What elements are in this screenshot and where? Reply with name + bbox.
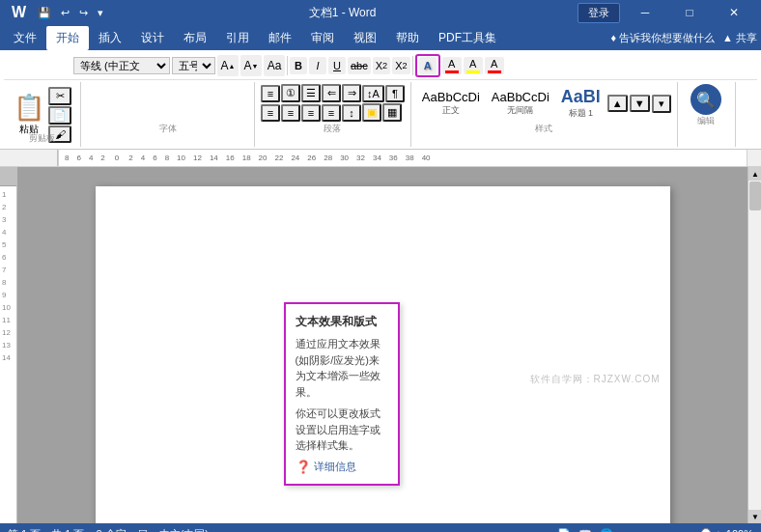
multilevel-btn[interactable]: ☰ <box>301 84 321 102</box>
underline-btn[interactable]: U <box>328 57 346 74</box>
copy-btn[interactable]: 📄 <box>48 106 71 125</box>
borders-btn[interactable]: ▦ <box>382 103 402 122</box>
share-button[interactable]: ▲ 共享 <box>722 31 757 45</box>
numbering-btn[interactable]: ① <box>281 84 300 102</box>
sort-btn[interactable]: ↕A <box>362 85 384 102</box>
strikethrough-btn[interactable]: abc <box>348 57 371 74</box>
menu-layout[interactable]: 布局 <box>174 26 216 50</box>
clear-format-btn[interactable]: A <box>442 57 462 74</box>
zoom-level: 100% <box>726 528 753 532</box>
web-layout-btn[interactable]: 🌐 <box>600 528 613 533</box>
styles-expand[interactable]: ▾ <box>652 95 671 113</box>
status-right: 📄 📖 🌐 ─ + 100% <box>557 527 753 533</box>
ribbon-row1: 等线 (中正文 五号 A▲ A▼ Aa B I U abc X2 X2 A A <box>4 54 757 77</box>
styles-scroll-up[interactable]: ▲ <box>607 95 628 112</box>
style-no-space[interactable]: AaBbCcDi 无间隔 <box>487 87 554 120</box>
decrease-indent-btn[interactable]: ⇐ <box>322 84 341 102</box>
align-left-btn[interactable]: ≡ <box>261 104 280 122</box>
edit-group: 🔍 编辑 <box>678 82 736 147</box>
login-button[interactable]: 登录 <box>578 3 620 23</box>
watermark: 软件自学网：RJZXW.COM <box>530 373 661 386</box>
bullets-btn[interactable]: ≡ <box>261 85 280 102</box>
menu-pdf[interactable]: PDF工具集 <box>429 26 506 50</box>
document-area[interactable]: 软件自学网：RJZXW.COM 文本效果和版式 通过应用文本效果(如阴影/应发光… <box>17 167 747 523</box>
align-right-btn[interactable]: ≡ <box>301 104 321 122</box>
tooltip-body2: 你还可以更改板式设置以启用连字或选择样式集。 <box>296 406 388 454</box>
spell-check-icon: ☑ <box>138 528 148 533</box>
vertical-ruler: 1 2 3 4 5 6 7 8 9 10 11 12 13 14 <box>0 167 17 523</box>
clipboard-group: 📋 粘贴 ✂ 📄 🖌 剪贴板 <box>4 82 81 147</box>
menu-help[interactable]: 帮助 <box>386 26 429 50</box>
search-btn[interactable]: 🔍 <box>691 84 721 115</box>
tooltip-link-icon: ❓ <box>296 460 311 474</box>
menu-design[interactable]: 设计 <box>131 26 174 50</box>
restore-button[interactable]: □ <box>670 0 709 25</box>
ribbon: 等线 (中正文 五号 A▲ A▼ Aa B I U abc X2 X2 A A <box>0 50 761 150</box>
zoom-area: ─ + 100% <box>621 527 753 533</box>
word-icon[interactable]: W <box>8 4 30 21</box>
font-shrink-btn[interactable]: A▼ <box>240 55 262 76</box>
style-normal[interactable]: AaBbCcDi 正文 <box>417 87 485 120</box>
scroll-thumb[interactable] <box>749 182 761 210</box>
underline-wrapper: U <box>328 57 346 74</box>
para-row1: ≡ ① ☰ ⇐ ⇒ ↕A ¶ <box>261 84 405 102</box>
style-heading1[interactable]: AaBl 标题 1 <box>556 84 606 123</box>
ruler-left-margin <box>0 150 58 166</box>
layout-btn[interactable]: 📄 <box>557 528 571 533</box>
subscript-btn[interactable]: X2 <box>373 57 390 74</box>
font-grow-btn[interactable]: A▲ <box>217 55 239 76</box>
menu-references[interactable]: 引用 <box>216 26 259 50</box>
menu-bar: 文件 开始 插入 设计 布局 引用 邮件 审阅 视图 帮助 PDF工具集 ♦ 告… <box>0 25 761 50</box>
paragraph-label: 段落 <box>261 123 405 135</box>
undo-quick-btn[interactable]: ↩ <box>57 5 73 21</box>
title-bar-left: W 💾 ↩ ↪ ▾ <box>8 4 107 21</box>
redo-quick-btn[interactable]: ↪ <box>75 5 92 21</box>
window-title: 文档1 - Word <box>107 5 578 21</box>
menu-mail[interactable]: 邮件 <box>259 26 301 50</box>
customize-quick-btn[interactable]: ▾ <box>94 5 107 21</box>
font-color-btn[interactable]: A <box>485 57 504 74</box>
zoom-in-btn[interactable]: + <box>715 527 722 533</box>
shading-btn[interactable]: ▣ <box>362 103 381 122</box>
justify-btn[interactable]: ≡ <box>322 104 341 122</box>
text-effects-highlight: A <box>415 54 440 77</box>
ribbon-groups: 📋 粘贴 ✂ 📄 🖌 剪贴板 字体 ≡ ① <box>4 79 757 147</box>
font-group-label: 字体 <box>87 123 248 135</box>
close-button[interactable]: ✕ <box>715 0 753 25</box>
tooltip-link[interactable]: ❓ 详细信息 <box>296 460 388 474</box>
edit-label: 编辑 <box>684 115 729 127</box>
cut-btn[interactable]: ✂ <box>48 87 71 105</box>
style-samples: AaBbCcDi 正文 AaBbCcDi 无间隔 AaBl 标题 1 ▲ ▼ ▾ <box>417 84 671 123</box>
case-btn[interactable]: Aa <box>264 55 285 76</box>
show-marks-btn[interactable]: ¶ <box>385 85 405 102</box>
quick-access-toolbar: 💾 ↩ ↪ ▾ <box>34 5 107 21</box>
tell-me-box[interactable]: ♦ 告诉我你想要做什么 <box>603 27 722 49</box>
font-name-select[interactable]: 等线 (中正文 <box>73 57 170 74</box>
increase-indent-btn[interactable]: ⇒ <box>342 84 361 102</box>
menu-file[interactable]: 文件 <box>4 26 46 50</box>
highlight-btn[interactable]: A <box>464 57 483 74</box>
styles-label: 样式 <box>417 123 671 135</box>
minimize-button[interactable]: ─ <box>626 0 664 25</box>
tooltip-title: 文本效果和版式 <box>296 314 388 330</box>
document-page[interactable]: 软件自学网：RJZXW.COM 文本效果和版式 通过应用文本效果(如阴影/应发光… <box>96 186 670 523</box>
superscript-btn[interactable]: X2 <box>392 57 409 74</box>
font-size-select[interactable]: 五号 <box>172 57 215 74</box>
paragraph-group: ≡ ① ☰ ⇐ ⇒ ↕A ¶ ≡ ≡ ≡ ≡ ↕ ▣ ▦ 段 <box>255 82 411 147</box>
align-center-btn[interactable]: ≡ <box>281 104 300 122</box>
menu-view[interactable]: 视图 <box>344 26 386 50</box>
zoom-out-btn[interactable]: ─ <box>621 527 630 533</box>
menu-review[interactable]: 审阅 <box>301 26 344 50</box>
text-effects-btn[interactable]: A <box>419 57 437 74</box>
ruler: 8 6 4 2 0 2 4 6 8 10 12 14 16 18 20 22 2… <box>0 150 761 167</box>
vertical-scrollbar[interactable]: ▲ ▼ <box>747 167 761 523</box>
menu-insert[interactable]: 插入 <box>89 26 131 50</box>
read-mode-btn[interactable]: 📖 <box>578 528 592 533</box>
line-spacing-btn[interactable]: ↕ <box>342 104 361 122</box>
menu-home[interactable]: 开始 <box>46 26 89 50</box>
bold-btn[interactable]: B <box>290 57 307 74</box>
font-group: 字体 <box>81 82 255 147</box>
styles-scroll-down[interactable]: ▼ <box>630 95 650 112</box>
save-quick-btn[interactable]: 💾 <box>34 5 55 21</box>
italic-btn[interactable]: I <box>309 57 326 74</box>
